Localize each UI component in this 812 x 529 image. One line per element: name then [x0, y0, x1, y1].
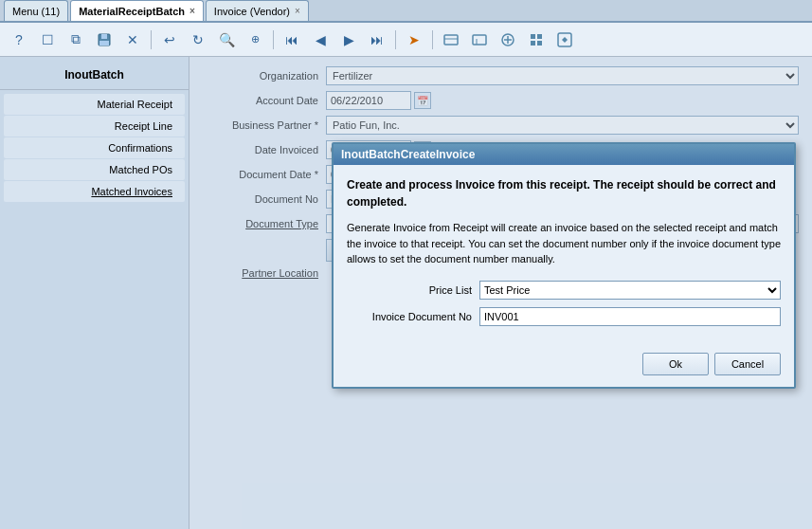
more-button1[interactable]: [438, 27, 464, 52]
tab-invoice-vendor-close[interactable]: ×: [295, 6, 300, 16]
svg-rect-10: [531, 34, 535, 39]
dialog: InoutBatchCreateInvoice Create and proce…: [332, 142, 796, 389]
sidebar-header: InoutBatch: [0, 64, 189, 90]
cancel-button[interactable]: Cancel: [714, 353, 781, 375]
svg-rect-3: [444, 35, 458, 45]
nav-last-button[interactable]: ⏭: [364, 27, 390, 52]
nav-first-button[interactable]: ⏮: [279, 27, 305, 52]
dialog-main-text: Create and process Invoice from this rec…: [347, 176, 781, 210]
dialog-desc-text: Generate Invoice from Receipt will creat…: [347, 220, 781, 267]
toolbar-sep-1: [151, 30, 152, 49]
toolbar-sep-2: [273, 30, 274, 49]
svg-rect-13: [537, 41, 542, 46]
more-button3[interactable]: [495, 27, 521, 52]
refresh-button[interactable]: ↻: [185, 27, 211, 52]
forward-button[interactable]: ➤: [401, 27, 427, 52]
toolbar: ? ☐ ⧉ ✕ ↩ ↻ 🔍 ⊕ ⏮ ◀ ▶ ⏭ ➤: [0, 23, 812, 57]
search-button[interactable]: 🔍: [213, 27, 240, 52]
help-button[interactable]: ?: [6, 27, 32, 52]
tab-material-receipt-batch-label: MaterialReceiptBatch: [79, 6, 185, 17]
sidebar-item-receipt-line[interactable]: Receipt Line: [4, 116, 185, 137]
more-button4[interactable]: [523, 27, 550, 52]
tab-invoice-vendor[interactable]: Invoice (Vendor) ×: [206, 0, 309, 21]
price-list-select[interactable]: Test Price Standard Price Purchase Price: [479, 281, 781, 300]
form-area: Organization Fertilizer Account Date 📅 B…: [189, 57, 812, 529]
price-list-label: Price List: [347, 284, 479, 296]
dialog-overlay: InoutBatchCreateInvoice Create and proce…: [189, 57, 812, 529]
invoice-doc-no-label: Invoice Document No: [347, 311, 479, 322]
new-button[interactable]: ☐: [34, 27, 61, 52]
more-button2[interactable]: [466, 27, 493, 52]
toolbar-sep-3: [395, 30, 396, 49]
price-list-row: Price List Test Price Standard Price Pur…: [347, 281, 781, 300]
svg-rect-12: [531, 41, 535, 46]
dialog-title: InoutBatchCreateInvoice: [334, 144, 794, 165]
sidebar-item-matched-invoices[interactable]: Matched Invoices: [4, 181, 185, 202]
delete-button[interactable]: ✕: [119, 27, 146, 52]
svg-rect-5: [473, 35, 486, 45]
invoice-doc-no-row: Invoice Document No: [347, 307, 781, 326]
tab-menu-label: Menu (11): [12, 6, 60, 17]
zoom-button[interactable]: ⊕: [242, 27, 268, 52]
tab-bar: Menu (11) MaterialReceiptBatch × Invoice…: [0, 0, 812, 23]
tab-menu[interactable]: Menu (11): [4, 0, 68, 21]
tab-material-receipt-batch[interactable]: MaterialReceiptBatch ×: [70, 0, 204, 21]
nav-prev-button[interactable]: ◀: [307, 27, 334, 52]
copy-button[interactable]: ⧉: [63, 27, 89, 52]
svg-rect-2: [99, 41, 109, 46]
tab-material-receipt-batch-close[interactable]: ×: [189, 6, 195, 16]
sidebar: InoutBatch Material Receipt Receipt Line…: [0, 57, 189, 529]
tab-invoice-vendor-label: Invoice (Vendor): [214, 6, 290, 17]
more-button5[interactable]: [551, 27, 578, 52]
main-content: InoutBatch Material Receipt Receipt Line…: [0, 57, 812, 529]
undo-button[interactable]: ↩: [156, 27, 183, 52]
toolbar-sep-4: [432, 30, 433, 49]
sidebar-item-confirmations[interactable]: Confirmations: [4, 137, 185, 158]
svg-rect-1: [101, 34, 107, 39]
nav-next-button[interactable]: ▶: [335, 27, 362, 52]
sidebar-item-matched-pos[interactable]: Matched POs: [4, 159, 185, 180]
svg-rect-11: [537, 34, 542, 39]
dialog-body: Create and process Invoice from this rec…: [334, 165, 794, 345]
invoice-doc-no-input[interactable]: [479, 307, 781, 326]
sidebar-item-material-receipt[interactable]: Material Receipt: [4, 94, 185, 115]
save-button[interactable]: [91, 27, 117, 52]
dialog-buttons: Ok Cancel: [334, 345, 794, 387]
ok-button[interactable]: Ok: [642, 353, 709, 375]
